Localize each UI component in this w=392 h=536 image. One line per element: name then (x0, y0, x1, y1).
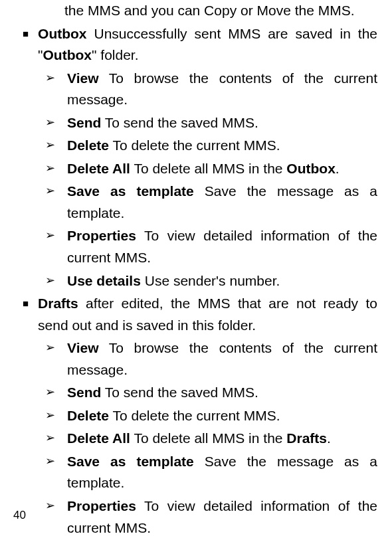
drafts-save-template: ➢ Save as template Save the message as a… (13, 451, 377, 494)
outbox-use-details: ➢ Use details Use sender's number. (13, 270, 377, 292)
drafts-send: ➢ Send To send the saved MMS. (13, 382, 377, 404)
chevron-right-icon: ➢ (45, 382, 55, 404)
outbox-save-template: ➢ Save as template Save the message as a… (13, 181, 377, 224)
chevron-right-icon: ➢ (45, 135, 55, 157)
item-title: View (67, 340, 98, 355)
drafts-post: after edited, the MMS that are not ready… (38, 296, 377, 333)
item-desc-post: . (336, 161, 340, 176)
item-desc: To delete the current MMS. (109, 137, 280, 153)
drafts-delete: ➢ Delete To delete the current MMS. (13, 405, 377, 427)
item-desc: To browse the contents of the current me… (67, 340, 377, 377)
chevron-right-icon: ➢ (45, 495, 55, 536)
item-desc-pre: To delete all MMS in the (130, 161, 286, 176)
item-title: Properties (67, 228, 136, 243)
item-desc-bold: Outbox (286, 161, 336, 176)
item-title: View (67, 70, 98, 86)
item-title: Delete All (67, 161, 130, 176)
list-item: Properties To view detailed information … (67, 225, 377, 268)
list-item: View To browse the contents of the curre… (67, 68, 377, 111)
item-title: Save as template (67, 454, 194, 469)
item-title: Send (67, 385, 101, 400)
list-item: Use details Use sender's number. (67, 270, 377, 292)
section-outbox: ■ Outbox Unsuccessfully sent MMS are sav… (13, 23, 377, 66)
item-title: Send (67, 115, 101, 130)
item-desc: To delete the current MMS. (109, 408, 280, 423)
item-title: Delete All (67, 430, 130, 446)
item-title: Delete (67, 408, 109, 423)
item-title: Use details (67, 273, 141, 288)
item-desc: To send the saved MMS. (101, 385, 258, 400)
chevron-right-icon: ➢ (45, 270, 55, 292)
drafts-delete-all: ➢ Delete All To delete all MMS in the Dr… (13, 428, 377, 450)
continuation-line: the MMS and you can Copy or Move the MMS… (13, 0, 377, 22)
list-item: View To browse the contents of the curre… (67, 337, 377, 381)
outbox-properties: ➢ Properties To view detailed informatio… (13, 225, 377, 268)
list-item: Save as template Save the message as a t… (67, 451, 377, 494)
list-item: Send To send the saved MMS. (67, 112, 377, 134)
section-outbox-title: Outbox (38, 26, 87, 41)
list-item: Properties To view detailed information … (67, 495, 377, 536)
page-number: 40 (13, 507, 26, 524)
list-item: Delete To delete the current MMS. (67, 135, 377, 157)
item-desc: Use sender's number. (141, 273, 280, 288)
document-page: the MMS and you can Copy or Move the MMS… (0, 0, 392, 536)
chevron-right-icon: ➢ (45, 225, 55, 268)
list-item: Delete To delete the current MMS. (67, 405, 377, 427)
chevron-right-icon: ➢ (45, 112, 55, 134)
outbox-view: ➢ View To browse the contents of the cur… (13, 68, 377, 111)
chevron-right-icon: ➢ (45, 337, 55, 381)
item-title: Properties (67, 498, 136, 513)
item-title: Delete (67, 137, 109, 153)
chevron-right-icon: ➢ (45, 158, 55, 180)
item-title: Save as template (67, 183, 194, 199)
chevron-right-icon: ➢ (45, 405, 55, 427)
square-bullet-icon: ■ (23, 293, 29, 336)
drafts-view: ➢ View To browse the contents of the cur… (13, 337, 377, 381)
list-item: Send To send the saved MMS. (67, 382, 377, 404)
outbox-delete: ➢ Delete To delete the current MMS. (13, 135, 377, 157)
list-item: Delete All To delete all MMS in the Draf… (67, 428, 377, 450)
item-desc-post: . (327, 430, 331, 446)
item-desc-pre: To delete all MMS in the (130, 430, 286, 446)
item-desc: To send the saved MMS. (101, 115, 258, 130)
chevron-right-icon: ➢ (45, 451, 55, 494)
chevron-right-icon: ➢ (45, 181, 55, 224)
outbox-post: " folder. (92, 47, 139, 62)
outbox-delete-all: ➢ Delete All To delete all MMS in the Ou… (13, 158, 377, 180)
chevron-right-icon: ➢ (45, 68, 55, 111)
list-item: Delete All To delete all MMS in the Outb… (67, 158, 377, 180)
square-bullet-icon: ■ (23, 23, 29, 66)
outbox-send: ➢ Send To send the saved MMS. (13, 112, 377, 134)
section-drafts-title: Drafts (38, 296, 78, 311)
section-drafts: ■ Drafts after edited, the MMS that are … (13, 293, 377, 336)
drafts-properties: ➢ Properties To view detailed informatio… (13, 495, 377, 536)
chevron-right-icon: ➢ (45, 428, 55, 450)
item-desc: To browse the contents of the current me… (67, 70, 377, 108)
list-item: Save as template Save the message as a t… (67, 181, 377, 224)
section-outbox-body: Outbox Unsuccessfully sent MMS are saved… (38, 23, 377, 66)
item-desc-bold: Drafts (286, 430, 327, 446)
section-drafts-body: Drafts after edited, the MMS that are no… (38, 293, 377, 336)
outbox-emph: Outbox (43, 47, 92, 62)
